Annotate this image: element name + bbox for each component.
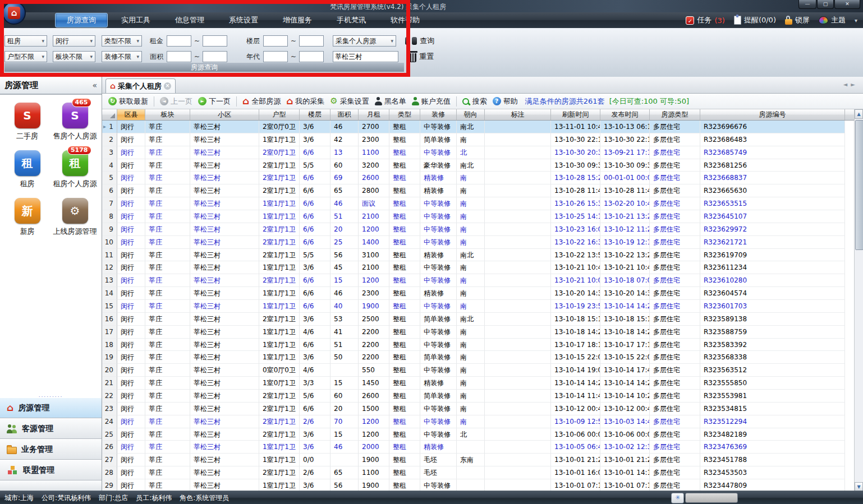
toolbar-button[interactable]: ↻获取最新 — [105, 96, 151, 107]
table-row[interactable]: 14闵行莘庄莘松三村1室1厅1卫6/6462300整租精装修南13-10-20 … — [102, 287, 863, 300]
column-header-12[interactable]: 刷新时间 — [551, 109, 600, 120]
toolbar-button[interactable]: ◄上一页 — [157, 96, 195, 107]
column-header-3[interactable]: 小区 — [190, 109, 259, 120]
maximize-button[interactable]: ▢ — [817, 0, 834, 9]
collapse-sidebar-icon[interactable]: « — [92, 81, 97, 90]
table-row[interactable]: 5闵行莘庄莘松三村2室1厅1卫6/6692600整租精装修南13-10-28 1… — [102, 172, 863, 184]
minimize-button[interactable]: — — [798, 0, 816, 9]
table-row[interactable]: 20闵行莘庄莘松三村0室0厅0卫4/6550整租中等装修南13-10-14 19… — [102, 364, 863, 377]
menubar-right-item-4[interactable]: 主题 — [819, 15, 846, 25]
table-row[interactable]: 6闵行莘庄莘松三村2室1厅1卫6/6652800整租精装修南13-10-28 1… — [102, 184, 863, 197]
sidebar-nav-2[interactable]: 客源管理 — [0, 418, 102, 439]
rent-min-input[interactable] — [167, 35, 191, 47]
table-row[interactable]: 15闵行莘庄莘松三村1室1厅1卫6/6401900整租中等装修南13-10-19… — [102, 300, 863, 313]
search-button[interactable]: 查询 — [405, 36, 434, 46]
table-row[interactable]: 13闵行莘庄莘松三村2室1厅1卫6/6151200整租中等装修南13-10-21… — [102, 274, 863, 287]
sidebar-nav-1[interactable]: ⌂房源管理 — [0, 397, 102, 418]
table-row[interactable]: 21闵行莘庄莘松三村1室0厅1卫3/3151450整租精装修南13-10-14 … — [102, 377, 863, 390]
column-header-9[interactable]: 装修 — [420, 109, 457, 120]
year-min-input[interactable] — [263, 51, 288, 62]
toolbar-button[interactable]: ⌂全部房源 — [240, 96, 283, 107]
column-header-10[interactable]: 朝向 — [457, 109, 485, 120]
reset-button[interactable]: 重置 — [407, 52, 434, 62]
table-row[interactable]: 7闵行莘庄莘松三村1室1厅1卫6/646面议整租中等装修南13-10-26 15… — [102, 197, 863, 210]
tab-scroll-arrows[interactable]: ◄► — [843, 81, 859, 87]
table-row[interactable]: 28闵行莘庄莘松三村2室1厅1卫2/6651100整租毛坯13-10-01 16… — [102, 466, 863, 479]
scroll-up-icon[interactable]: ▲ — [855, 109, 863, 119]
menubar-right-item-3[interactable]: 锁屏 — [785, 15, 810, 25]
table-row[interactable]: 1▸闵行莘庄莘松三村2室0厅0卫3/6462700整租中等装修南北13-11-0… — [102, 121, 863, 133]
column-header-1[interactable]: 区县 — [117, 109, 145, 120]
menu-item-2[interactable]: 实用工具 — [110, 13, 162, 27]
menu-item-5[interactable]: 增值服务 — [272, 13, 323, 27]
chevron-down-icon[interactable]: ▾ — [855, 17, 857, 24]
menu-item-1[interactable]: 房源查询 — [55, 13, 108, 27]
column-header-15[interactable]: 房源编号 — [700, 109, 845, 120]
module-2[interactable]: S465售房个人房源 — [51, 103, 99, 141]
listing-type-select[interactable]: 租房 ▾ — [4, 35, 47, 47]
column-header-6[interactable]: 面积 — [330, 109, 359, 120]
type-select[interactable]: 类型不限 ▾ — [102, 35, 142, 47]
district-select[interactable]: 闵行 ▾ — [53, 35, 95, 47]
year-max-input[interactable] — [299, 51, 324, 62]
layout-select[interactable]: 户型不限 ▾ — [4, 51, 47, 62]
sidebar-nav-3[interactable]: 业务管理 — [0, 439, 102, 460]
column-header-11[interactable]: 标注 — [485, 109, 551, 120]
menu-item-7[interactable]: 软件帮助 — [379, 13, 431, 27]
block-select[interactable]: 板块不限 ▾ — [53, 51, 95, 62]
toolbar-button[interactable]: 账户充值 — [409, 96, 453, 107]
table-row[interactable]: 9闵行莘庄莘松三村2室1厅1卫6/6201200整租中等装修南13-10-23 … — [102, 223, 863, 236]
scrollbar-thumb[interactable] — [855, 120, 863, 250]
module-4[interactable]: 租5178租房个人房源 — [51, 150, 99, 189]
menu-item-6[interactable]: 手机梵讯 — [325, 13, 377, 27]
menubar-right-item-1[interactable]: ✓任务(3) — [686, 15, 724, 25]
table-row[interactable]: 25闵行莘庄莘松三村2室1厅1卫3/6151200整租中等装修北13-10-06… — [102, 428, 863, 441]
table-row[interactable]: 27闵行莘庄莘松三村1室1厅1卫0/01900整租毛坯东南13-10-01 21… — [102, 454, 863, 466]
table-row[interactable]: 3闵行莘庄莘松三村2室0厅1卫6/6131100整租中等装修北13-10-30 … — [102, 146, 863, 159]
toolbar-button[interactable]: ⚙采集设置 — [327, 96, 371, 107]
column-header-8[interactable]: 类型 — [389, 109, 420, 120]
table-row[interactable]: 17闵行莘庄莘松三村1室1厅1卫4/6412200整租中等装修南13-10-18… — [102, 326, 863, 339]
tab-collect-personal-rent[interactable]: ⌂ 采集个人租房 × — [105, 78, 176, 93]
keyword-input[interactable] — [333, 51, 398, 62]
table-row[interactable]: 26闵行莘庄莘松三村1室1厅1卫3/6462000整租精装修13-10-05 0… — [102, 441, 863, 454]
module-1[interactable]: S二手房 — [3, 103, 51, 141]
table-row[interactable]: 10闵行莘庄莘松三村2室1厅1卫6/6251400整租中等装修南13-10-22… — [102, 236, 863, 249]
toolbar-button[interactable]: ►下一页 — [195, 96, 233, 107]
sidebar-nav-4[interactable]: 联盟管理 — [0, 460, 102, 480]
column-header-5[interactable]: 楼层 — [300, 109, 330, 120]
menubar-right-item-2[interactable]: 提醒(0/0) — [734, 15, 776, 25]
rent-max-input[interactable] — [203, 35, 227, 47]
close-button[interactable]: ✕ — [834, 0, 860, 9]
floor-max-input[interactable] — [299, 35, 324, 47]
module-3[interactable]: 租租房 — [3, 150, 51, 189]
column-header-2[interactable]: 板块 — [145, 109, 190, 120]
table-row[interactable]: 19闵行莘庄莘松三村1室1厅1卫3/6502200整租简单装修南13-10-15… — [102, 351, 863, 364]
table-row[interactable]: 24闵行莘庄莘松三村2室1厅1卫2/6701200整租中等装修南13-10-09… — [102, 415, 863, 428]
table-row[interactable]: 16闵行莘庄莘松三村2室1厅1卫3/6532500整租简单装修南北13-10-1… — [102, 313, 863, 326]
menu-item-4[interactable]: 系统设置 — [218, 13, 269, 27]
sidebar-splitter[interactable]: ......... — [0, 393, 102, 397]
table-row[interactable]: 11闵行莘庄莘松三村2室1厅1卫5/5563100整租精装修南北13-10-22… — [102, 249, 863, 262]
toolbar-button[interactable]: ⌂我的采集 — [283, 96, 327, 107]
area-min-input[interactable] — [167, 51, 191, 62]
table-row[interactable]: 4闵行莘庄莘松三村2室1厅1卫5/5603200整租豪华装修南北13-10-30… — [102, 159, 863, 172]
menu-item-3[interactable]: 信息管理 — [164, 13, 215, 27]
module-5[interactable]: 新新房 — [3, 198, 51, 237]
toolbar-button[interactable]: 黑名单 — [372, 96, 409, 107]
table-row[interactable]: 2闵行莘庄莘松三村1室1厅1卫3/6422300整租简单装修南13-10-30 … — [102, 133, 863, 146]
decoration-select[interactable]: 装修不限 ▾ — [102, 51, 142, 62]
column-header-4[interactable]: 户型 — [259, 109, 300, 120]
snowflake-icon[interactable]: ✳ — [671, 493, 684, 503]
column-header-7[interactable]: 月租 — [359, 109, 389, 120]
table-row[interactable]: 18闵行莘庄莘松三村1室1厅1卫6/6512200整租中等装修南13-10-17… — [102, 339, 863, 352]
vertical-scrollbar[interactable]: ▲ ▼ — [854, 109, 863, 492]
table-row[interactable]: 8闵行莘庄莘松三村1室1厅1卫6/6512100整租中等装修南13-10-25 … — [102, 210, 863, 223]
area-max-input[interactable] — [203, 51, 227, 62]
source-select[interactable]: 采集个人房源 ▾ — [333, 35, 396, 47]
toolbar-button[interactable]: 搜索 — [460, 96, 490, 107]
module-6[interactable]: ⚙上线房源管理 — [51, 198, 99, 237]
table-row[interactable]: 12闵行莘庄莘松三村1室1厅1卫3/6452100整租中等装修南13-10-21… — [102, 261, 863, 274]
column-header-13[interactable]: 发布时间 — [600, 109, 650, 120]
table-row[interactable]: 22闵行莘庄莘松三村2室1厅1卫5/6602600整租简单装修南13-10-14… — [102, 390, 863, 403]
